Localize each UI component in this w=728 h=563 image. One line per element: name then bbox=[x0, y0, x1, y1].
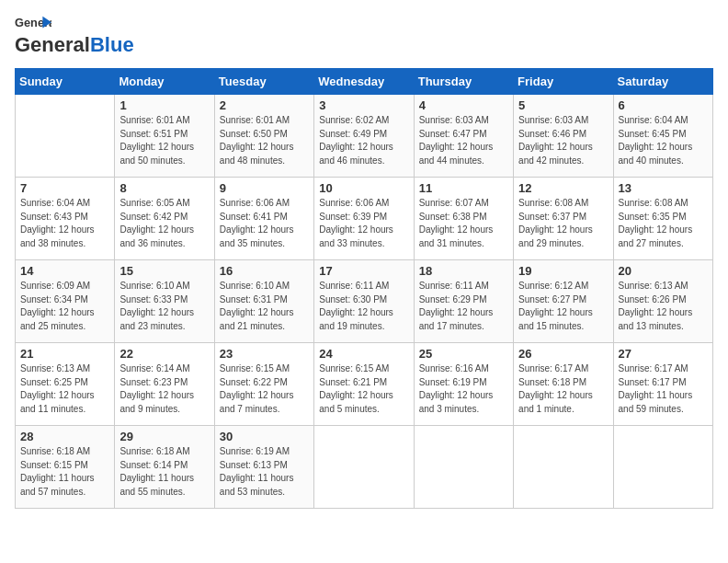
week-row-4: 21Sunrise: 6:13 AM Sunset: 6:25 PM Dayli… bbox=[16, 343, 713, 426]
day-info: Sunrise: 6:08 AM Sunset: 6:37 PM Dayligh… bbox=[518, 197, 608, 250]
header-tuesday: Tuesday bbox=[214, 69, 313, 95]
day-cell: 22Sunrise: 6:14 AM Sunset: 6:23 PM Dayli… bbox=[115, 343, 214, 426]
day-number: 24 bbox=[319, 347, 408, 361]
day-info: Sunrise: 6:19 AM Sunset: 6:13 PM Dayligh… bbox=[220, 445, 309, 499]
day-number: 17 bbox=[319, 264, 408, 278]
day-number: 27 bbox=[619, 347, 708, 361]
day-info: Sunrise: 6:04 AM Sunset: 6:45 PM Dayligh… bbox=[619, 114, 708, 167]
day-info: Sunrise: 6:17 AM Sunset: 6:17 PM Dayligh… bbox=[619, 362, 708, 416]
day-number: 21 bbox=[20, 347, 109, 361]
day-cell bbox=[16, 95, 115, 178]
day-info: Sunrise: 6:17 AM Sunset: 6:18 PM Dayligh… bbox=[518, 362, 608, 416]
day-cell: 20Sunrise: 6:13 AM Sunset: 6:26 PM Dayli… bbox=[613, 260, 712, 343]
day-info: Sunrise: 6:13 AM Sunset: 6:25 PM Dayligh… bbox=[20, 362, 109, 416]
logo-blue: Blue bbox=[90, 33, 134, 57]
day-cell: 3Sunrise: 6:02 AM Sunset: 6:49 PM Daylig… bbox=[314, 95, 414, 178]
logo-icon: General bbox=[15, 15, 51, 31]
day-info: Sunrise: 6:03 AM Sunset: 6:47 PM Dayligh… bbox=[419, 114, 508, 167]
day-number: 8 bbox=[119, 181, 209, 195]
day-cell: 18Sunrise: 6:11 AM Sunset: 6:29 PM Dayli… bbox=[414, 260, 513, 343]
day-number: 5 bbox=[518, 98, 608, 112]
day-number: 7 bbox=[20, 181, 109, 195]
week-row-5: 28Sunrise: 6:18 AM Sunset: 6:15 PM Dayli… bbox=[16, 426, 713, 509]
day-number: 9 bbox=[220, 181, 309, 195]
day-cell: 16Sunrise: 6:10 AM Sunset: 6:31 PM Dayli… bbox=[214, 260, 313, 343]
day-number: 16 bbox=[220, 264, 309, 278]
day-cell: 21Sunrise: 6:13 AM Sunset: 6:25 PM Dayli… bbox=[16, 343, 115, 426]
day-cell: 28Sunrise: 6:18 AM Sunset: 6:15 PM Dayli… bbox=[16, 426, 115, 509]
day-cell bbox=[514, 426, 613, 509]
day-cell: 8Sunrise: 6:05 AM Sunset: 6:42 PM Daylig… bbox=[115, 178, 214, 260]
day-info: Sunrise: 6:07 AM Sunset: 6:38 PM Dayligh… bbox=[419, 197, 508, 250]
day-cell: 1Sunrise: 6:01 AM Sunset: 6:51 PM Daylig… bbox=[115, 95, 214, 178]
day-cell: 19Sunrise: 6:12 AM Sunset: 6:27 PM Dayli… bbox=[514, 260, 613, 343]
day-number: 3 bbox=[319, 98, 408, 112]
day-number: 4 bbox=[419, 98, 508, 112]
day-number: 12 bbox=[518, 181, 608, 195]
day-number: 22 bbox=[119, 347, 209, 361]
day-info: Sunrise: 6:04 AM Sunset: 6:43 PM Dayligh… bbox=[20, 197, 109, 250]
day-number: 11 bbox=[419, 181, 508, 195]
day-cell: 27Sunrise: 6:17 AM Sunset: 6:17 PM Dayli… bbox=[613, 343, 712, 426]
day-number: 25 bbox=[419, 347, 508, 361]
day-number: 28 bbox=[20, 430, 109, 443]
page-header: General General Blue bbox=[15, 15, 713, 57]
day-info: Sunrise: 6:09 AM Sunset: 6:34 PM Dayligh… bbox=[20, 280, 109, 333]
day-info: Sunrise: 6:03 AM Sunset: 6:46 PM Dayligh… bbox=[518, 114, 608, 167]
day-info: Sunrise: 6:15 AM Sunset: 6:22 PM Dayligh… bbox=[220, 362, 309, 416]
day-cell: 12Sunrise: 6:08 AM Sunset: 6:37 PM Dayli… bbox=[514, 178, 613, 260]
day-info: Sunrise: 6:10 AM Sunset: 6:31 PM Dayligh… bbox=[220, 280, 309, 333]
day-info: Sunrise: 6:12 AM Sunset: 6:27 PM Dayligh… bbox=[518, 280, 608, 333]
day-number: 26 bbox=[518, 347, 608, 361]
day-cell: 14Sunrise: 6:09 AM Sunset: 6:34 PM Dayli… bbox=[16, 260, 115, 343]
day-cell: 17Sunrise: 6:11 AM Sunset: 6:30 PM Dayli… bbox=[314, 260, 414, 343]
day-cell: 25Sunrise: 6:16 AM Sunset: 6:19 PM Dayli… bbox=[414, 343, 513, 426]
day-info: Sunrise: 6:11 AM Sunset: 6:30 PM Dayligh… bbox=[319, 280, 408, 333]
day-info: Sunrise: 6:01 AM Sunset: 6:50 PM Dayligh… bbox=[220, 114, 309, 167]
day-number: 29 bbox=[119, 430, 209, 443]
day-number: 20 bbox=[619, 264, 708, 278]
day-cell bbox=[613, 426, 712, 509]
day-number: 10 bbox=[319, 181, 408, 195]
day-number: 19 bbox=[518, 264, 608, 278]
day-info: Sunrise: 6:08 AM Sunset: 6:35 PM Dayligh… bbox=[619, 197, 708, 250]
day-info: Sunrise: 6:15 AM Sunset: 6:21 PM Dayligh… bbox=[319, 362, 408, 416]
calendar-body: 1Sunrise: 6:01 AM Sunset: 6:51 PM Daylig… bbox=[16, 95, 713, 509]
header-monday: Monday bbox=[115, 69, 214, 95]
day-info: Sunrise: 6:18 AM Sunset: 6:15 PM Dayligh… bbox=[20, 445, 109, 499]
day-number: 30 bbox=[220, 430, 309, 443]
calendar-header-row: SundayMondayTuesdayWednesdayThursdayFrid… bbox=[16, 69, 713, 95]
day-info: Sunrise: 6:01 AM Sunset: 6:51 PM Dayligh… bbox=[119, 114, 209, 167]
day-cell: 26Sunrise: 6:17 AM Sunset: 6:18 PM Dayli… bbox=[514, 343, 613, 426]
day-cell: 23Sunrise: 6:15 AM Sunset: 6:22 PM Dayli… bbox=[214, 343, 313, 426]
day-number: 1 bbox=[119, 98, 209, 112]
day-cell: 7Sunrise: 6:04 AM Sunset: 6:43 PM Daylig… bbox=[16, 178, 115, 260]
logo: General General Blue bbox=[15, 15, 134, 57]
day-cell: 29Sunrise: 6:18 AM Sunset: 6:14 PM Dayli… bbox=[115, 426, 214, 509]
day-cell: 24Sunrise: 6:15 AM Sunset: 6:21 PM Dayli… bbox=[314, 343, 414, 426]
day-info: Sunrise: 6:02 AM Sunset: 6:49 PM Dayligh… bbox=[319, 114, 408, 167]
day-cell: 2Sunrise: 6:01 AM Sunset: 6:50 PM Daylig… bbox=[214, 95, 313, 178]
day-number: 14 bbox=[20, 264, 109, 278]
day-cell bbox=[414, 426, 513, 509]
day-info: Sunrise: 6:10 AM Sunset: 6:33 PM Dayligh… bbox=[119, 280, 209, 333]
day-cell bbox=[314, 426, 414, 509]
week-row-2: 7Sunrise: 6:04 AM Sunset: 6:43 PM Daylig… bbox=[16, 178, 713, 260]
day-cell: 13Sunrise: 6:08 AM Sunset: 6:35 PM Dayli… bbox=[613, 178, 712, 260]
header-wednesday: Wednesday bbox=[314, 69, 414, 95]
day-cell: 30Sunrise: 6:19 AM Sunset: 6:13 PM Dayli… bbox=[214, 426, 313, 509]
day-cell: 11Sunrise: 6:07 AM Sunset: 6:38 PM Dayli… bbox=[414, 178, 513, 260]
day-number: 15 bbox=[119, 264, 209, 278]
day-cell: 5Sunrise: 6:03 AM Sunset: 6:46 PM Daylig… bbox=[514, 95, 613, 178]
day-number: 13 bbox=[619, 181, 708, 195]
day-cell: 4Sunrise: 6:03 AM Sunset: 6:47 PM Daylig… bbox=[414, 95, 513, 178]
header-sunday: Sunday bbox=[16, 69, 115, 95]
day-cell: 10Sunrise: 6:06 AM Sunset: 6:39 PM Dayli… bbox=[314, 178, 414, 260]
day-number: 2 bbox=[220, 98, 309, 112]
header-saturday: Saturday bbox=[613, 69, 712, 95]
week-row-3: 14Sunrise: 6:09 AM Sunset: 6:34 PM Dayli… bbox=[16, 260, 713, 343]
day-info: Sunrise: 6:06 AM Sunset: 6:39 PM Dayligh… bbox=[319, 197, 408, 250]
day-info: Sunrise: 6:06 AM Sunset: 6:41 PM Dayligh… bbox=[220, 197, 309, 250]
day-info: Sunrise: 6:14 AM Sunset: 6:23 PM Dayligh… bbox=[119, 362, 209, 416]
day-number: 6 bbox=[619, 98, 708, 112]
